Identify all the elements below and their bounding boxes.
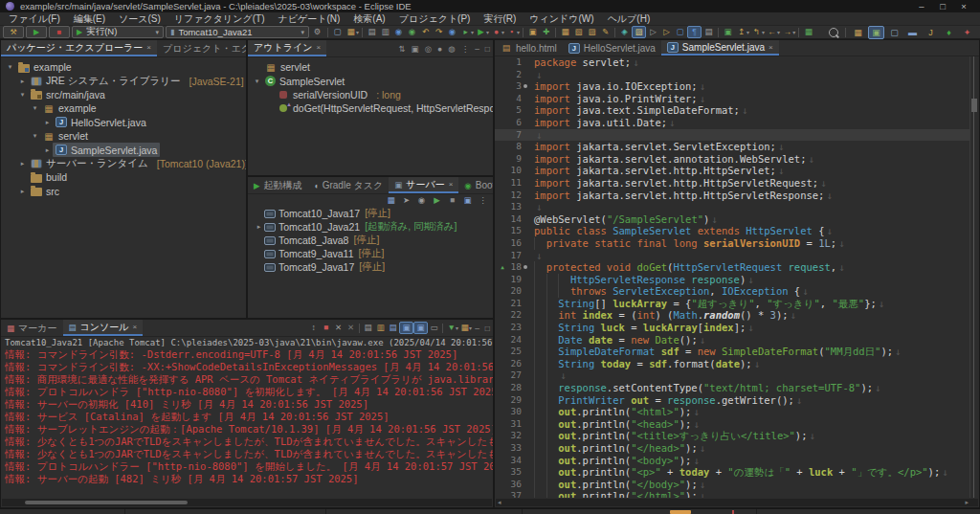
expander-icon[interactable]: ▸ xyxy=(254,223,264,231)
server-item[interactable]: ▸ Tomcat10_Java21[起動済み, 同期済み] xyxy=(248,220,493,234)
code-line[interactable]: 3import java.io.IOException;↓ xyxy=(495,80,969,93)
scroll-lock-icon[interactable]: ↕ xyxy=(307,323,320,333)
tab--[interactable]: パッケージ・エクスプローラー× xyxy=(1,40,157,56)
menu-item[interactable]: ナビゲート(N) xyxy=(272,12,347,26)
code-line[interactable]: 36out.println("</body>");↓ xyxy=(495,479,969,491)
terminate-icon[interactable]: ■ xyxy=(320,323,332,333)
display-selected-icon[interactable]: ▣ xyxy=(413,322,428,334)
tab--[interactable]: ▤コンソール× xyxy=(63,320,144,336)
maximize-icon[interactable]: □ xyxy=(482,44,493,54)
expander-icon[interactable]: ▾ xyxy=(252,78,262,85)
tab--[interactable]: アウトライン× xyxy=(248,40,326,56)
menu-item[interactable]: プロジェクト(P) xyxy=(392,12,478,26)
tree-item[interactable]: ▸JHelloServlet.java xyxy=(1,116,246,129)
perspective-debug-icon[interactable]: ▬ xyxy=(904,26,921,39)
code-line[interactable]: 14@WebServlet("/SampleServlet")↓ xyxy=(495,213,969,226)
redo-icon[interactable]: ↷ xyxy=(433,27,445,37)
code-line[interactable]: 24Date date = new Date();↓ xyxy=(495,334,969,346)
perspective-java-icon[interactable]: J xyxy=(923,26,939,39)
close-icon[interactable]: × xyxy=(132,323,137,331)
save-all-icon[interactable]: ▥ xyxy=(379,27,391,37)
menu-item[interactable]: ファイル(F) xyxy=(2,12,67,26)
profile-icon[interactable]: ● xyxy=(490,27,502,37)
show-stdout-icon[interactable]: ▤ xyxy=(387,323,399,333)
perspective-javaee-icon[interactable]: ▣ xyxy=(868,26,884,39)
perspective-git-icon[interactable]: ✦ xyxy=(959,26,975,39)
open-perspective-icon[interactable]: ▦ xyxy=(850,26,866,39)
next-annotation-icon[interactable]: ▷ xyxy=(647,27,659,37)
tree-item[interactable]: doGet(HttpServletRequest, HttpServletRes… xyxy=(248,101,493,115)
expander-icon[interactable]: ▸ xyxy=(42,119,53,126)
close-console-icon[interactable]: ✕ xyxy=(332,323,345,333)
tree-item[interactable]: ▦servlet xyxy=(248,60,493,74)
pin-console-icon[interactable]: ▣ xyxy=(399,322,413,334)
code-line[interactable]: 12import jakarta.servlet.http.HttpServle… xyxy=(495,190,969,202)
code-line[interactable]: 1package servlet;↓ xyxy=(495,56,969,69)
new-servlet-icon[interactable]: ▣ xyxy=(526,27,539,37)
expander-icon[interactable]: ▸ xyxy=(42,146,53,154)
close-icon[interactable]: × xyxy=(316,43,321,52)
code-line[interactable]: 13↓ xyxy=(495,201,969,213)
code-line[interactable]: 5import java.text.SimpleDateFormat;↓ xyxy=(495,104,969,117)
tree-item[interactable]: ▾CSampleServlet xyxy=(248,74,493,87)
code-line[interactable]: 21String[] luckArray = {"超すっきり", "すっきり",… xyxy=(495,298,969,310)
build-button[interactable]: ⚒ xyxy=(3,26,24,38)
show-whitespace-icon[interactable]: ▢ xyxy=(674,27,686,37)
tab--[interactable]: ▶起動構成 xyxy=(248,177,308,193)
tree-item[interactable]: ▾src/main/java xyxy=(1,88,246,101)
menu-item[interactable]: 編集(E) xyxy=(67,12,112,26)
expander-icon[interactable]: ▸ xyxy=(17,188,28,195)
search-icon[interactable] xyxy=(829,28,838,37)
code-line[interactable]: 16private static final long serialVersio… xyxy=(495,237,969,250)
close-icon[interactable]: × xyxy=(449,180,454,189)
last-edit-location-icon[interactable]: ▣ xyxy=(722,27,734,37)
code-line[interactable]: 34out.println("<body>");↓ xyxy=(495,455,969,467)
server-item[interactable]: Tomcat8_Java8[停止] xyxy=(248,234,493,247)
tree-item[interactable]: ▸サーバー・ランタイム[Tomcat10 (Java21)] xyxy=(1,157,246,170)
publish-server-icon[interactable]: ▣ xyxy=(461,195,474,206)
open-task-icon[interactable]: ▨ xyxy=(586,27,598,37)
gear-icon[interactable]: ⚙ xyxy=(311,27,323,37)
window-minimize-button[interactable]: – xyxy=(911,1,932,11)
undo-icon[interactable]: ↶ xyxy=(419,27,432,37)
stop-server-icon[interactable]: ■ xyxy=(446,195,458,206)
new-window-icon[interactable]: ▢ xyxy=(331,27,344,37)
tree-item[interactable]: serialVersionUID: long xyxy=(248,88,493,101)
perspective-resource-icon[interactable]: ▢ xyxy=(886,26,902,39)
tab--[interactable]: ▣サーバー× xyxy=(389,177,458,193)
tab-hello-html[interactable]: ▤hello.html xyxy=(495,40,563,56)
forward-icon[interactable]: → xyxy=(781,27,793,37)
menu-item[interactable]: 実行(R) xyxy=(477,12,523,26)
debug-server-icon[interactable]: ➤ xyxy=(400,195,412,206)
code-line[interactable]: 2↓ xyxy=(495,69,969,81)
code-line[interactable]: 6import java.util.Date;↓ xyxy=(495,117,969,129)
overview-ruler[interactable] xyxy=(969,56,979,498)
console-history-icon[interactable]: ▼ xyxy=(445,323,457,333)
run-button[interactable]: ▶ xyxy=(26,26,47,38)
tree-item[interactable]: ▾▦example xyxy=(1,101,246,115)
code-line[interactable]: 31out.println("<head>");↓ xyxy=(495,418,969,431)
code-line[interactable]: 19HttpServletResponse response)↓ xyxy=(495,274,969,286)
code-line[interactable]: 27↓ xyxy=(495,369,969,382)
view-menu-icon[interactable]: ⋮ xyxy=(477,195,489,206)
menu-item[interactable]: ウィンドウ(W) xyxy=(523,12,600,26)
mark-occurrences-icon[interactable]: ▨ xyxy=(632,26,646,38)
server-item[interactable]: Tomcat10_Java17[停止] xyxy=(248,207,493,220)
hide-local-icon[interactable]: ◍ xyxy=(445,44,457,54)
code-line[interactable]: 26String today = sdf.format(date);↓ xyxy=(495,358,969,370)
back-icon[interactable]: ← xyxy=(766,27,778,37)
tab-helloservlet-java[interactable]: JHelloServlet.java xyxy=(563,40,661,56)
view-menu-icon[interactable]: ⋮ xyxy=(458,44,473,54)
new-project-icon[interactable]: ▦ xyxy=(802,27,814,37)
window-close-button[interactable]: × xyxy=(953,1,974,11)
server-item[interactable]: Tomcat9_Java11[停止] xyxy=(248,247,493,260)
code-editor[interactable]: 1package servlet;↓2↓3import java.io.IOEx… xyxy=(495,56,979,498)
code-line[interactable]: 11import jakarta.servlet.http.HttpServle… xyxy=(495,177,969,190)
code-line[interactable]: 32out.println("<title>すっきり占い</title>");↓ xyxy=(495,430,969,442)
remove-all-launches-icon[interactable]: ✕ xyxy=(345,323,357,333)
code-line[interactable]: 23String luck = luckArray[index];↓ xyxy=(495,322,969,334)
new-console-icon[interactable]: ▦ xyxy=(458,323,471,333)
edit-icon[interactable]: ✎ xyxy=(599,27,612,37)
tree-item[interactable]: ▸src xyxy=(1,185,246,198)
add-icon[interactable]: ✚ xyxy=(540,27,552,37)
